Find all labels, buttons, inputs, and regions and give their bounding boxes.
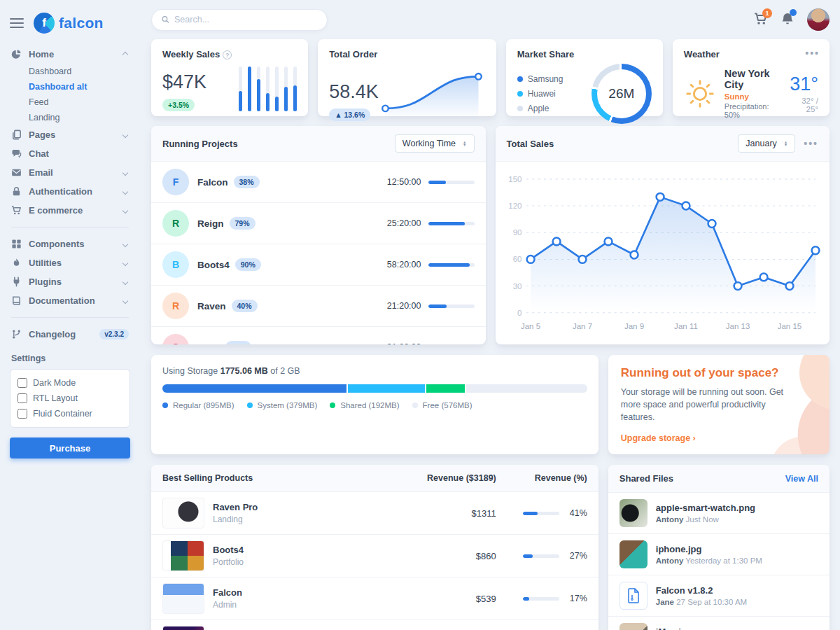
project-name: Raven (197, 301, 226, 312)
product-info: Boots4Portfolio (213, 545, 244, 567)
storage-segment-regular (162, 384, 348, 393)
view-all-link[interactable]: View All (785, 474, 818, 484)
storage-legend-item: Free (576MB) (412, 401, 472, 410)
storage-row: Using Storage 1775.06 MB of 2 GB Regular… (151, 355, 830, 454)
settings-option-rtl-layout[interactable]: RTL Layout (18, 393, 122, 403)
file-row-imac-jpg[interactable]: iMac.jpgRowen 23 Sep at 6:10 PM (608, 617, 830, 630)
weekly-bar-track (266, 66, 270, 111)
weekly-bar (248, 66, 251, 111)
search-box[interactable] (151, 9, 328, 31)
project-progress-badge: 38% (234, 176, 260, 188)
weekly-bar-track (248, 66, 251, 111)
brand-logo[interactable]: f falcon (34, 13, 104, 34)
lock-icon (11, 186, 22, 197)
purchase-button[interactable]: Purchase (10, 438, 130, 458)
storage-legend-dot (247, 402, 253, 408)
sidebar-subitem-dashboard-alt[interactable]: Dashboard alt (0, 79, 140, 94)
help-icon[interactable]: ? (223, 50, 232, 59)
sidebar-item-label: Chat (29, 148, 129, 159)
file-time: Just Now (683, 515, 719, 524)
file-row-apple-smart-watch-png[interactable]: apple-smart-watch.pngAntony Just Now (608, 493, 830, 534)
weekly-bar (284, 87, 288, 111)
settings-option-fluid-container[interactable]: Fluid Container (18, 409, 122, 419)
product-progress-track (523, 512, 559, 515)
project-row-slick[interactable]: SSlick70%31:20:00 (151, 327, 486, 344)
project-row-right: 31:20:00 (387, 342, 475, 344)
file-row-falcon-v1-8-2[interactable]: Falcon v1.8.2Jane 27 Sep at 10:30 AM (608, 575, 830, 617)
cart-icon (11, 205, 22, 216)
sidebar-item-utilities[interactable]: Utilities (0, 253, 140, 272)
stats-row: Weekly Sales? $47K +3.5% Total Order 58.… (151, 39, 830, 116)
menu-toggle-button[interactable] (10, 18, 24, 28)
storage-legend-item: System (379MB) (247, 401, 318, 410)
weather-condition: Sunny (724, 92, 781, 101)
project-time: 25:20:00 (387, 218, 421, 228)
chevron-down-icon (122, 188, 128, 194)
month-select[interactable]: January ▲▼ (738, 134, 795, 153)
cart-button[interactable]: 1 (754, 12, 769, 27)
sidebar-item-email[interactable]: Email (0, 163, 140, 182)
product-thumbnail (162, 583, 204, 614)
sidebar-item-chat[interactable]: Chat (0, 144, 140, 163)
chevron-down-icon (122, 132, 128, 137)
project-row-raven[interactable]: RRaven40%21:20:00 (151, 286, 486, 327)
project-row-falcon[interactable]: FFalcon38%12:50:00 (151, 162, 486, 203)
file-info: iphone.jpgAntony Yesterday at 1:30 PM (656, 544, 762, 565)
sidebar-subitem-dashboard[interactable]: Dashboard (0, 64, 140, 79)
plug-icon (11, 276, 22, 287)
sidebar-item-changelog[interactable]: Changelogv2.3.2 (0, 325, 140, 344)
weather-menu-button[interactable]: ••• (805, 48, 820, 59)
sidebar-item-documentation[interactable]: Documentation (0, 291, 140, 310)
sidebar-item-components[interactable]: Components (0, 234, 140, 253)
app-root: f falcon HomeDashboardDashboard altFeedL… (0, 0, 840, 630)
checkbox-fluid-container[interactable] (18, 409, 27, 419)
weekly-sales-title: Weekly Sales? (162, 49, 297, 59)
project-row-right: 12:50:00 (387, 177, 475, 187)
total-order-card: Total Order 58.4K ▲ 13.6% (318, 39, 496, 116)
storage-legend-dot (330, 402, 335, 408)
user-avatar[interactable] (807, 8, 830, 31)
product-percent-cell: 17% (496, 594, 587, 603)
search-input[interactable] (174, 15, 317, 24)
weather-card: Weather ••• New York City Sunny Precipit… (673, 39, 830, 116)
product-row-falcon[interactable]: FalconAdmin$53917% (151, 578, 598, 620)
project-row-boots4[interactable]: BBoots490%58:20:00 (151, 244, 486, 286)
file-name: apple-smart-watch.png (656, 503, 755, 513)
puzzle-icon (11, 239, 22, 249)
file-icon (625, 587, 642, 604)
sidebar-item-e-commerce[interactable]: E commerce (0, 201, 140, 220)
sidebar-item-label: Components (29, 239, 116, 249)
product-row-slick[interactable]: SlickBuilder$2458% (151, 620, 598, 630)
market-share-legend-item: Apple (517, 104, 564, 113)
bsp-title: Best Selling Products (162, 473, 391, 483)
bsp-col-percent: Revenue (%) (496, 473, 587, 483)
product-progress-track (523, 597, 559, 601)
product-row-boots4[interactable]: Boots4Portfolio$86027% (151, 535, 598, 578)
sidebar-item-home[interactable]: Home (0, 45, 140, 64)
weekly-bar (275, 97, 279, 111)
project-row-reign[interactable]: RReign79%25:20:00 (151, 203, 486, 244)
sidebar-subitem-landing[interactable]: Landing (0, 110, 140, 125)
weekly-bar (266, 93, 270, 111)
product-row-raven-pro[interactable]: Raven ProLanding$131141% (151, 492, 598, 535)
upgrade-storage-link[interactable]: Upgrade storage › (621, 433, 696, 443)
legend-label: Huawei (528, 89, 556, 99)
sidebar-item-pages[interactable]: Pages (0, 125, 140, 144)
sidebar-item-authentication[interactable]: Authentication (0, 182, 140, 201)
space-body: Your storage will be running out soon. G… (621, 386, 790, 424)
total-sales-menu-button[interactable]: ••• (804, 138, 818, 149)
sidebar-subitem-feed[interactable]: Feed (0, 94, 140, 110)
notifications-button[interactable] (780, 12, 796, 27)
project-progress-track (428, 222, 475, 225)
best-selling-products-card: Best Selling Products Revenue ($3189) Re… (151, 465, 598, 630)
space-heading: Running out of your space? (621, 366, 817, 380)
checkbox-rtl-layout[interactable] (18, 393, 27, 403)
falcon-logo-icon: f (34, 13, 55, 34)
checkbox-dark-mode[interactable] (18, 378, 27, 388)
working-time-select[interactable]: Working Time ▲▼ (395, 134, 475, 153)
product-cell: SlickBuilder (162, 626, 391, 630)
file-row-iphone-jpg[interactable]: iphone.jpgAntony Yesterday at 1:30 PM (608, 534, 830, 575)
sidebar-item-plugins[interactable]: Plugins (0, 272, 140, 291)
weather-precipitation: Precipitation: 50% (724, 102, 781, 119)
settings-option-dark-mode[interactable]: Dark Mode (18, 378, 122, 388)
